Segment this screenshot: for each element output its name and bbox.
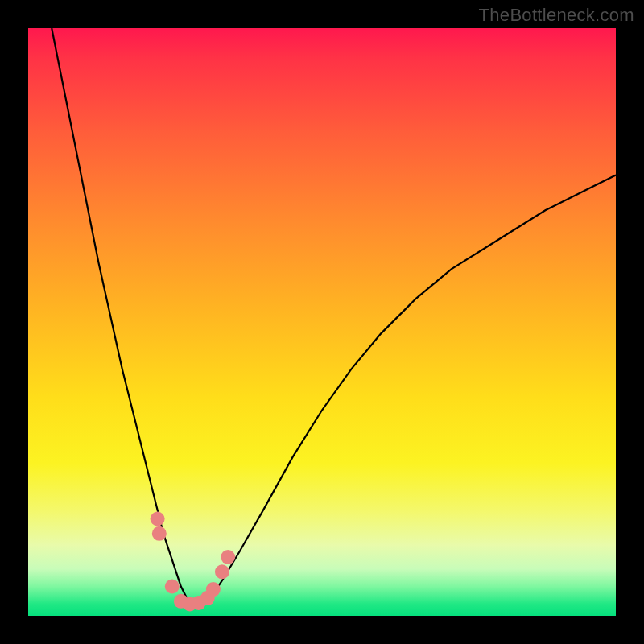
plot-area <box>28 28 616 616</box>
curve-markers <box>151 512 236 612</box>
highlight-marker <box>165 580 180 594</box>
watermark-text: TheBottleneck.com <box>479 5 634 26</box>
highlight-marker <box>215 564 229 579</box>
bottleneck-curve <box>28 28 616 616</box>
chart-frame: TheBottleneck.com <box>0 0 644 644</box>
highlight-marker <box>152 526 167 541</box>
highlight-marker <box>151 512 165 526</box>
curve-line <box>52 28 616 604</box>
highlight-marker <box>206 582 221 597</box>
highlight-marker <box>221 550 235 564</box>
